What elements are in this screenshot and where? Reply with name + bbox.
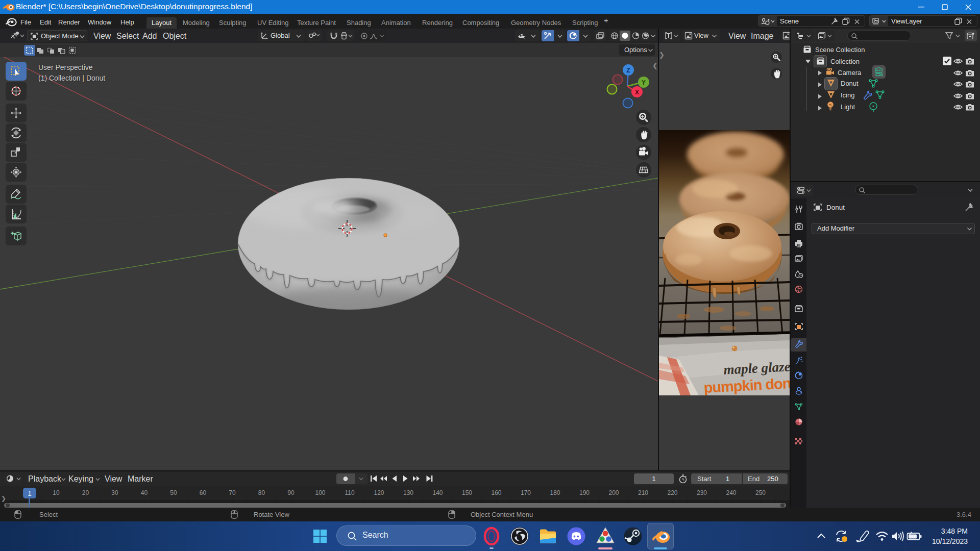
svg-text:20: 20 <box>82 489 89 496</box>
svg-text:110: 110 <box>345 489 354 496</box>
svg-text:50: 50 <box>170 489 177 496</box>
svg-text:240: 240 <box>726 489 736 496</box>
svg-text:X: X <box>635 89 639 96</box>
svg-text:70: 70 <box>229 489 236 496</box>
svg-text:120: 120 <box>374 489 384 496</box>
svg-text:90: 90 <box>287 489 295 496</box>
svg-text:60: 60 <box>200 489 207 496</box>
svg-text:190: 190 <box>579 489 590 496</box>
svg-text:Z: Z <box>626 67 630 74</box>
svg-text:220: 220 <box>667 489 677 496</box>
svg-text:230: 230 <box>697 489 707 496</box>
svg-text:140: 140 <box>432 489 443 496</box>
svg-text:80: 80 <box>258 489 265 496</box>
svg-text:160: 160 <box>491 489 501 496</box>
svg-text:130: 130 <box>403 489 413 496</box>
svg-text:40: 40 <box>141 489 148 496</box>
svg-text:1: 1 <box>28 490 31 497</box>
svg-text:170: 170 <box>521 489 531 496</box>
svg-text:150: 150 <box>462 489 472 496</box>
svg-text:200: 200 <box>608 489 619 496</box>
svg-text:210: 210 <box>638 489 648 496</box>
svg-text:250: 250 <box>755 489 766 496</box>
svg-text:100: 100 <box>315 489 325 496</box>
svg-text:180: 180 <box>550 489 560 496</box>
svg-text:30: 30 <box>111 489 118 496</box>
svg-text:10: 10 <box>53 489 60 496</box>
svg-text:Y: Y <box>642 79 646 86</box>
